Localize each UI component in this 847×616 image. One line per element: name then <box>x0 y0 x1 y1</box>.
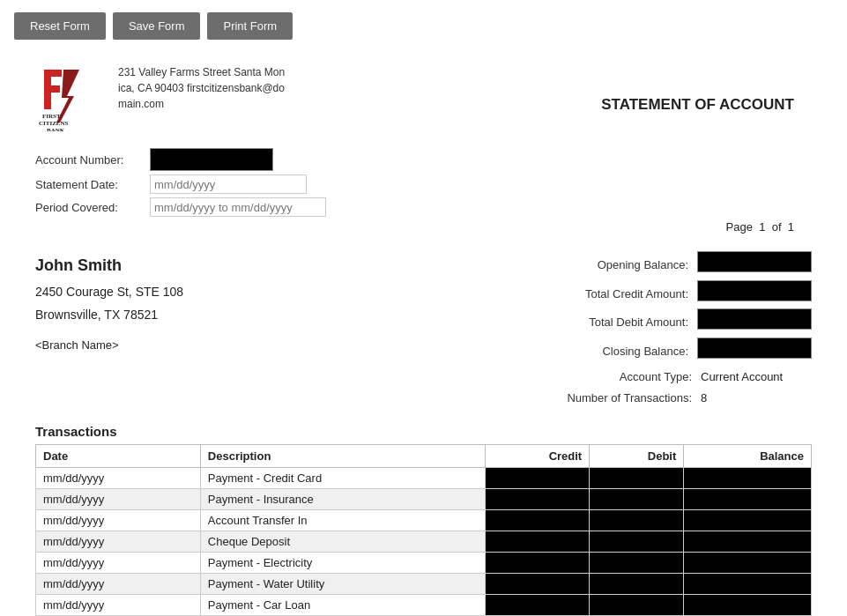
account-number-row: Account Number: <box>35 148 812 171</box>
customer-address1: 2450 Courage St, STE 108 <box>35 281 183 303</box>
cell-debit[interactable] <box>590 553 684 574</box>
table-row: mm/dd/yyyyAccount Transfer In <box>36 510 812 531</box>
cell-credit[interactable] <box>486 531 590 553</box>
cell-date: mm/dd/yyyy <box>36 553 201 574</box>
cell-credit[interactable] <box>486 489 590 510</box>
cell-debit[interactable] <box>590 574 684 595</box>
closing-balance-input[interactable] <box>697 338 812 359</box>
account-type-row: Account Type: Current Account <box>517 367 812 389</box>
period-covered-input[interactable] <box>150 197 326 217</box>
period-covered-row: Period Covered: <box>35 197 812 217</box>
mid-section: John Smith 2450 Courage St, STE 108 Brow… <box>35 251 812 410</box>
table-row: mm/dd/yyyyPayment - Car Loan <box>36 595 812 616</box>
account-number-label: Account Number: <box>35 153 150 167</box>
col-date: Date <box>36 445 201 468</box>
cell-debit[interactable] <box>590 531 684 553</box>
num-transactions-row: Number of Transactions: 8 <box>517 388 812 410</box>
opening-balance-input[interactable] <box>697 251 812 272</box>
svg-text:FIRST: FIRST <box>42 113 61 120</box>
cell-credit[interactable] <box>486 553 590 574</box>
header-section: FIRST CITIZENS BANK 231 Valley Farms Str… <box>35 61 812 134</box>
transactions-title: Transactions <box>35 424 812 439</box>
page-content: FIRST CITIZENS BANK 231 Valley Farms Str… <box>0 52 847 616</box>
total-debit-value <box>694 308 812 338</box>
svg-text:CITIZENS: CITIZENS <box>39 120 69 127</box>
cell-credit[interactable] <box>486 510 590 531</box>
opening-balance-value <box>694 251 812 280</box>
cell-credit[interactable] <box>486 595 590 616</box>
cell-balance[interactable] <box>684 595 812 616</box>
save-button[interactable]: Save Form <box>113 12 201 40</box>
total-debit-row: Total Debit Amount: <box>517 308 812 338</box>
closing-balance-row: Closing Balance: <box>517 338 812 367</box>
cell-balance[interactable] <box>684 510 812 531</box>
closing-balance-label: Closing Balance: <box>517 341 694 363</box>
toolbar: Reset Form Save Form Print Form <box>0 0 847 52</box>
col-description: Description <box>200 445 485 468</box>
account-number-input[interactable] <box>150 148 273 171</box>
total-credit-input[interactable] <box>697 280 812 301</box>
cell-balance[interactable] <box>684 531 812 553</box>
col-credit: Credit <box>486 445 590 468</box>
transactions-table: Date Description Credit Debit Balance mm… <box>35 444 812 616</box>
cell-debit[interactable] <box>590 510 684 531</box>
bank-address: 231 Valley Farms Street Santa Mon ica, C… <box>118 61 285 112</box>
opening-balance-row: Opening Balance: <box>517 251 812 280</box>
cell-description: Cheque Deposit <box>200 531 485 553</box>
statement-date-row: Statement Date: <box>35 174 812 194</box>
table-row: mm/dd/yyyyPayment - Credit Card <box>36 468 812 489</box>
cell-balance[interactable] <box>684 574 812 595</box>
cell-description: Payment - Water Utility <box>200 574 485 595</box>
summary-table: Opening Balance: Total Credit Amount: To… <box>517 251 812 410</box>
closing-balance-value <box>694 338 812 367</box>
total-credit-label: Total Credit Amount: <box>517 284 694 306</box>
cell-debit[interactable] <box>590 595 684 616</box>
table-row: mm/dd/yyyyPayment - Water Utility <box>36 574 812 595</box>
statement-date-input[interactable] <box>150 174 307 194</box>
account-type-value: Current Account <box>697 367 812 389</box>
statement-title: STATEMENT OF ACCOUNT <box>601 61 812 114</box>
cell-date: mm/dd/yyyy <box>36 574 201 595</box>
cell-debit[interactable] <box>590 468 684 489</box>
customer-name: John Smith <box>35 251 183 279</box>
col-debit: Debit <box>590 445 684 468</box>
table-row: mm/dd/yyyyCheque Deposit <box>36 531 812 553</box>
cell-balance[interactable] <box>684 553 812 574</box>
customer-info: John Smith 2450 Courage St, STE 108 Brow… <box>35 251 183 410</box>
cell-date: mm/dd/yyyy <box>36 595 201 616</box>
cell-date: mm/dd/yyyy <box>36 468 201 489</box>
page-number: Page 1 of 1 <box>35 220 812 234</box>
cell-credit[interactable] <box>486 468 590 489</box>
total-debit-input[interactable] <box>697 308 812 330</box>
cell-balance[interactable] <box>684 468 812 489</box>
opening-balance-label: Opening Balance: <box>517 255 694 277</box>
cell-description: Payment - Credit Card <box>200 468 485 489</box>
svg-marker-0 <box>44 70 62 109</box>
total-debit-label: Total Debit Amount: <box>517 312 694 334</box>
svg-text:BANK: BANK <box>47 127 65 131</box>
logo-address: FIRST CITIZENS BANK 231 Valley Farms Str… <box>35 61 285 134</box>
customer-address2: Brownsville, TX 78521 <box>35 304 183 326</box>
transactions-section: Transactions Date Description Credit Deb… <box>35 424 812 616</box>
reset-button[interactable]: Reset Form <box>14 12 106 40</box>
bank-logo: FIRST CITIZENS BANK <box>35 61 106 134</box>
cell-date: mm/dd/yyyy <box>36 531 201 553</box>
cell-date: mm/dd/yyyy <box>36 489 201 510</box>
total-credit-value <box>694 280 812 309</box>
cell-description: Account Transfer In <box>200 510 485 531</box>
account-info: Account Number: Statement Date: Period C… <box>35 148 812 217</box>
cell-description: Payment - Insurance <box>200 489 485 510</box>
branch-name: <Branch Name> <box>35 335 183 355</box>
cell-debit[interactable] <box>590 489 684 510</box>
table-row: mm/dd/yyyyPayment - Insurance <box>36 489 812 510</box>
table-header-row: Date Description Credit Debit Balance <box>36 445 812 468</box>
total-credit-row: Total Credit Amount: <box>517 280 812 309</box>
num-transactions-label: Number of Transactions: <box>521 388 697 410</box>
cell-credit[interactable] <box>486 574 590 595</box>
cell-description: Payment - Electricity <box>200 553 485 574</box>
num-transactions-value: 8 <box>697 388 812 410</box>
cell-description: Payment - Car Loan <box>200 595 485 616</box>
cell-date: mm/dd/yyyy <box>36 510 201 531</box>
print-button[interactable]: Print Form <box>207 12 293 40</box>
cell-balance[interactable] <box>684 489 812 510</box>
